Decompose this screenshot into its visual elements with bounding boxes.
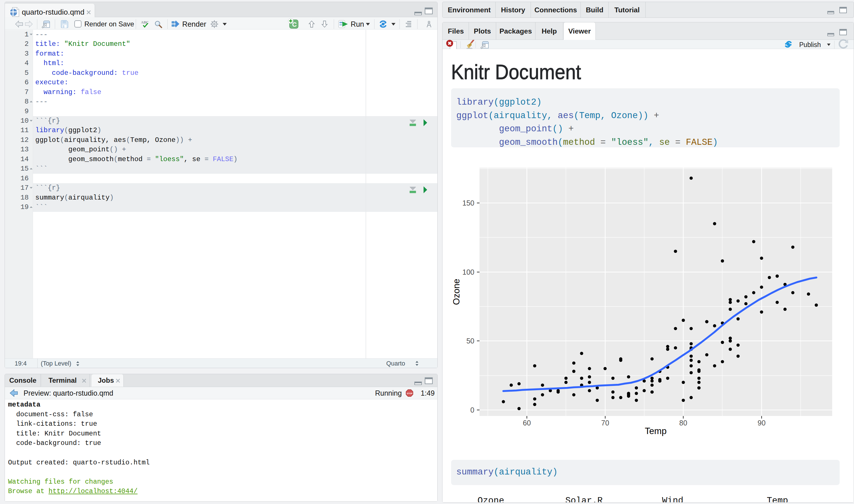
svg-text:100: 100: [462, 268, 474, 276]
svg-text:150: 150: [462, 199, 474, 207]
svg-text:STOP: STOP: [407, 392, 412, 395]
svg-text:0: 0: [470, 406, 474, 414]
svg-text:70: 70: [601, 419, 609, 427]
svg-text:90: 90: [757, 419, 766, 427]
svg-text:60: 60: [523, 419, 531, 427]
svg-text:50: 50: [466, 337, 474, 345]
svg-text:80: 80: [679, 419, 687, 427]
svg-text:Ozone: Ozone: [451, 279, 461, 305]
svg-text:Temp: Temp: [645, 426, 667, 436]
